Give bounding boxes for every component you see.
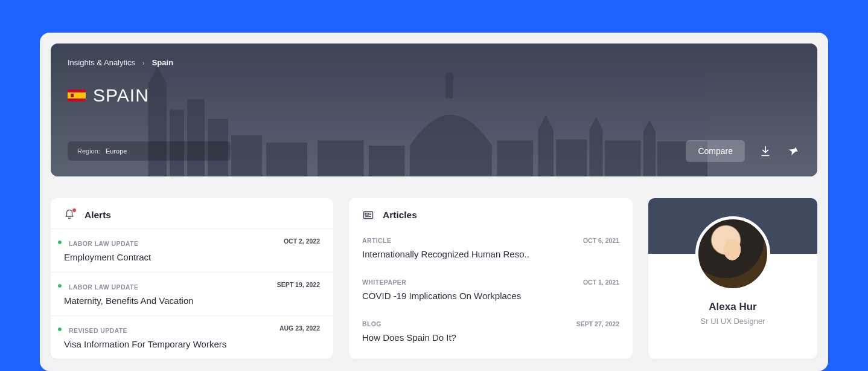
download-button[interactable]	[758, 144, 773, 158]
profile-role: Sr UI UX Designer	[701, 317, 765, 326]
page-title: SPAIN	[93, 85, 149, 106]
flag-spain-icon	[68, 89, 86, 102]
alert-title: Employment Contract	[64, 252, 320, 262]
alert-date: AUG 23, 2022	[279, 324, 320, 332]
region-label: Region:	[77, 147, 100, 155]
article-category: ARTICLE	[362, 237, 391, 244]
alert-item[interactable]: LABOR LAW UPDATE SEPT 19, 2022 Maternity…	[51, 272, 333, 315]
article-item[interactable]: ARTICLE OCT 6, 2021 Internationally Reco…	[349, 228, 633, 270]
country-hero: Insights & Analytics › Spain SPAIN Regio…	[51, 44, 817, 176]
alert-title: Visa Information For Temporary Workers	[64, 339, 320, 349]
avatar[interactable]	[695, 216, 770, 291]
compare-button[interactable]: Compare	[686, 140, 745, 162]
article-date: OCT 1, 2021	[583, 279, 619, 286]
pin-icon	[787, 145, 799, 157]
article-date: SEPT 27, 2022	[576, 320, 619, 327]
breadcrumb: Insights & Analytics › Spain	[68, 58, 800, 67]
dot-icon	[58, 284, 62, 288]
svg-rect-23	[365, 213, 368, 215]
dot-icon	[58, 240, 62, 244]
article-title: How Does Spain Do It?	[362, 332, 619, 343]
region-selector[interactable]: Region: Europe	[68, 141, 231, 161]
breadcrumb-root[interactable]: Insights & Analytics	[68, 58, 135, 67]
alert-item[interactable]: LABOR LAW UPDATE OCT 2, 2022 Employment …	[51, 228, 333, 272]
articles-heading: Articles	[383, 210, 417, 221]
article-title: COVID -19 Implications On Workplaces	[362, 291, 619, 301]
region-value: Europe	[106, 147, 127, 155]
pin-button[interactable]	[786, 144, 800, 158]
article-item[interactable]: WHITEPAPER OCT 1, 2021 COVID -19 Implica…	[349, 270, 633, 312]
alert-date: OCT 2, 2022	[284, 237, 320, 245]
profile-card: Alexa Hur Sr UI UX Designer	[648, 198, 817, 359]
alert-title: Maternity, Benefits And Vacation	[64, 295, 320, 306]
alert-date: SEPT 19, 2022	[277, 281, 320, 288]
news-icon	[362, 209, 374, 221]
alerts-card: Alerts LABOR LAW UPDATE OCT 2, 2022 Empl…	[51, 198, 333, 359]
breadcrumb-current: Spain	[152, 58, 173, 67]
alerts-heading: Alerts	[85, 210, 111, 221]
profile-name: Alexa Hur	[709, 301, 756, 313]
download-icon	[759, 145, 771, 157]
alert-category: LABOR LAW UPDATE	[69, 283, 138, 291]
article-category: BLOG	[362, 320, 381, 327]
alert-category: REVISED UPDATE	[69, 327, 127, 334]
chevron-right-icon: ›	[142, 59, 145, 66]
article-date: OCT 6, 2021	[583, 237, 619, 244]
articles-card: Articles ARTICLE OCT 6, 2021 Internation…	[349, 198, 633, 359]
bell-icon	[64, 209, 76, 221]
dot-icon	[58, 327, 62, 331]
article-item[interactable]: BLOG SEPT 27, 2022 How Does Spain Do It?	[349, 312, 633, 353]
alert-item[interactable]: REVISED UPDATE AUG 23, 2022 Visa Informa…	[51, 315, 333, 359]
alert-category: LABOR LAW UPDATE	[69, 240, 138, 247]
article-category: WHITEPAPER	[362, 279, 406, 286]
article-title: Internationally Recognized Human Reso..	[362, 249, 619, 259]
